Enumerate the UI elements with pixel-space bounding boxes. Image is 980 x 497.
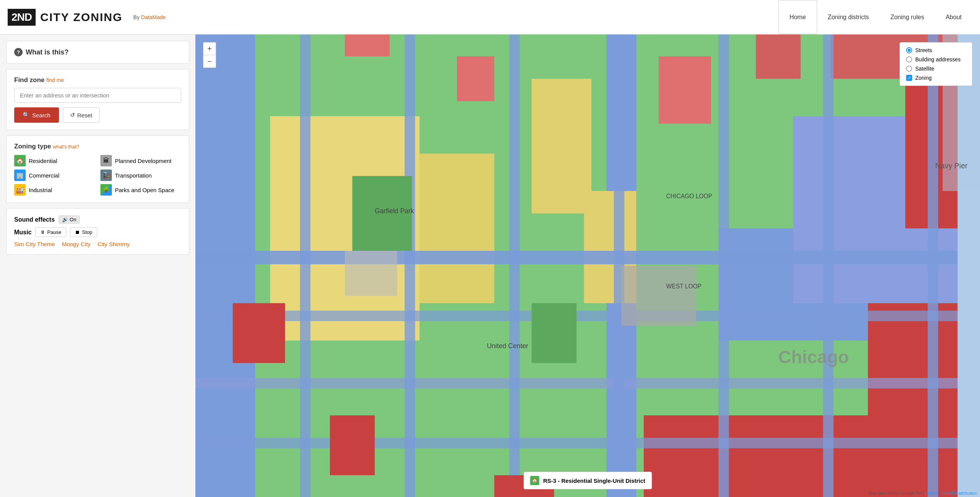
svg-rect-29 xyxy=(659,56,711,124)
svg-rect-25 xyxy=(233,303,285,363)
map-status-bar: 🏠 RS-3 - Residential Single-Unit Distric… xyxy=(524,472,652,489)
zoning-item-commercial[interactable]: 🏢 Commercial xyxy=(14,170,95,181)
planned-icon: 🏛 xyxy=(100,155,112,166)
sidebar: ? What is this? Find zone find me 🔍 Sear… xyxy=(0,35,195,497)
commercial-icon: 🏢 xyxy=(14,170,26,181)
stop-button[interactable]: ⏹ Stop xyxy=(70,227,97,237)
music-row: Music ⏸ Pause ⏹ Stop xyxy=(14,227,181,237)
layer-zoning[interactable]: ✓ Zoning xyxy=(906,75,966,81)
leaflet-link[interactable]: Leaflet xyxy=(925,491,937,495)
svg-rect-31 xyxy=(621,266,696,326)
svg-rect-32 xyxy=(345,251,397,296)
map-container[interactable]: Chicago Navy Pier Garfield Park United C… xyxy=(195,35,980,497)
zoom-out-button[interactable]: − xyxy=(203,55,216,67)
zoning-checkbox[interactable]: ✓ xyxy=(906,75,912,81)
logo-box: 2ND xyxy=(8,9,36,26)
svg-rect-11 xyxy=(420,153,494,303)
svg-rect-12 xyxy=(532,79,592,213)
by-datamade: By DataMade xyxy=(133,14,166,20)
question-icon: ? xyxy=(14,48,23,56)
map-svg: Chicago Navy Pier Garfield Park United C… xyxy=(195,35,980,497)
svg-rect-26 xyxy=(457,56,495,101)
zoning-type-panel: Zoning type what's that? 🏠 Residential 🏛… xyxy=(6,135,189,203)
whats-that-link[interactable]: what's that? xyxy=(53,144,79,150)
theme-simcity[interactable]: Sim City Theme xyxy=(14,241,55,247)
what-is-this-panel: ? What is this? xyxy=(6,41,189,64)
svg-rect-15 xyxy=(195,311,980,321)
nav-zoning-rules[interactable]: Zoning rules xyxy=(880,0,935,34)
svg-rect-27 xyxy=(330,415,375,475)
header: 2ND CITY ZONING By DataMade Home Zoning … xyxy=(0,0,980,35)
parks-icon: 🌳 xyxy=(100,184,112,196)
svg-rect-36 xyxy=(532,303,577,363)
logo-title: CITY ZONING xyxy=(40,11,123,24)
svg-rect-14 xyxy=(195,251,980,264)
zoning-item-transportation[interactable]: 🚂 Transportation xyxy=(100,170,181,181)
sound-effects-panel: Sound effects 🔊 On Music ⏸ Pause ⏹ Stop … xyxy=(6,208,189,255)
datamade-link[interactable]: DataMade xyxy=(141,14,166,20)
svg-text:Navy Pier: Navy Pier xyxy=(935,161,968,170)
residential-icon: 🏠 xyxy=(14,155,26,166)
sound-badge[interactable]: 🔊 On xyxy=(59,216,80,224)
zoning-type-header: Zoning type what's that? xyxy=(14,143,181,150)
svg-rect-23 xyxy=(823,35,833,497)
layer-streets[interactable]: Streets xyxy=(906,47,966,53)
what-is-this-title: ? What is this? xyxy=(14,48,181,56)
main-nav: Home Zoning districts Zoning rules About xyxy=(778,0,972,34)
industrial-icon: 🏭 xyxy=(14,184,26,196)
svg-rect-1 xyxy=(195,35,255,497)
sound-effects-row: Sound effects 🔊 On xyxy=(14,216,181,224)
svg-rect-18 xyxy=(300,35,310,497)
svg-text:United Center: United Center xyxy=(487,342,528,350)
cartodb-link[interactable]: CartoDB attribution xyxy=(941,491,977,495)
svg-rect-30 xyxy=(756,35,801,79)
zoning-item-industrial[interactable]: 🏭 Industrial xyxy=(14,184,95,196)
stop-icon: ⏹ xyxy=(75,229,80,235)
svg-rect-17 xyxy=(195,438,980,448)
zoning-grid: 🏠 Residential 🏛 Planned Development 🏢 Co… xyxy=(14,155,181,196)
status-zone-label: RS-3 - Residential Single-Unit District xyxy=(543,477,646,484)
main-layout: ? What is this? Find zone find me 🔍 Sear… xyxy=(0,35,980,497)
logo-block: 2ND CITY ZONING By DataMade xyxy=(8,9,166,26)
zoning-item-planned[interactable]: 🏛 Planned Development xyxy=(100,155,181,166)
theme-moogy[interactable]: Moogy City xyxy=(62,241,90,247)
svg-text:CHICAGO LOOP: CHICAGO LOOP xyxy=(666,193,712,199)
building-addresses-radio[interactable] xyxy=(906,56,912,63)
nav-zoning-districts[interactable]: Zoning districts xyxy=(817,0,880,34)
svg-rect-24 xyxy=(928,35,938,497)
transport-icon: 🚂 xyxy=(100,170,112,181)
svg-rect-20 xyxy=(509,35,519,497)
theme-shimmy[interactable]: City Shimmy xyxy=(97,241,129,247)
search-icon: 🔍 xyxy=(23,112,30,118)
svg-text:Chicago: Chicago xyxy=(778,347,849,367)
satellite-radio[interactable] xyxy=(906,66,912,72)
theme-links: Sim City Theme Moogy City City Shimmy xyxy=(14,241,181,247)
map-zoom-controls: + − xyxy=(203,42,216,68)
reset-button[interactable]: ↺ Reset xyxy=(63,107,100,123)
search-button[interactable]: 🔍 Search xyxy=(14,107,59,123)
pause-button[interactable]: ⏸ Pause xyxy=(35,227,66,237)
svg-rect-19 xyxy=(405,35,415,497)
zoom-in-button[interactable]: + xyxy=(203,43,216,55)
layer-control: Streets Building addresses Satellite ✓ Z… xyxy=(900,42,972,86)
layer-satellite[interactable]: Satellite xyxy=(906,66,966,72)
svg-text:WEST LOOP: WEST LOOP xyxy=(666,283,701,290)
address-input[interactable] xyxy=(14,88,181,103)
svg-rect-16 xyxy=(195,378,980,388)
nav-about[interactable]: About xyxy=(935,0,972,34)
zoning-item-parks[interactable]: 🌳 Parks and Open Space xyxy=(100,184,181,196)
reset-icon: ↺ xyxy=(70,112,75,118)
svg-text:Garfield Park: Garfield Park xyxy=(375,207,414,215)
find-zone-panel: Find zone find me 🔍 Search ↺ Reset xyxy=(6,69,189,130)
svg-rect-7 xyxy=(345,35,390,56)
zoning-item-residential[interactable]: 🏠 Residential xyxy=(14,155,95,166)
logo-text: 2ND xyxy=(11,11,32,23)
status-zone-icon: 🏠 xyxy=(530,476,539,485)
layer-building-addresses[interactable]: Building addresses xyxy=(906,56,966,63)
streets-radio[interactable] xyxy=(906,47,912,53)
speaker-icon: 🔊 xyxy=(62,217,68,222)
search-button-row: 🔍 Search ↺ Reset xyxy=(14,107,181,123)
nav-home[interactable]: Home xyxy=(778,0,817,34)
find-zone-header: Find zone find me xyxy=(14,76,181,84)
find-me-link[interactable]: find me xyxy=(46,77,64,83)
